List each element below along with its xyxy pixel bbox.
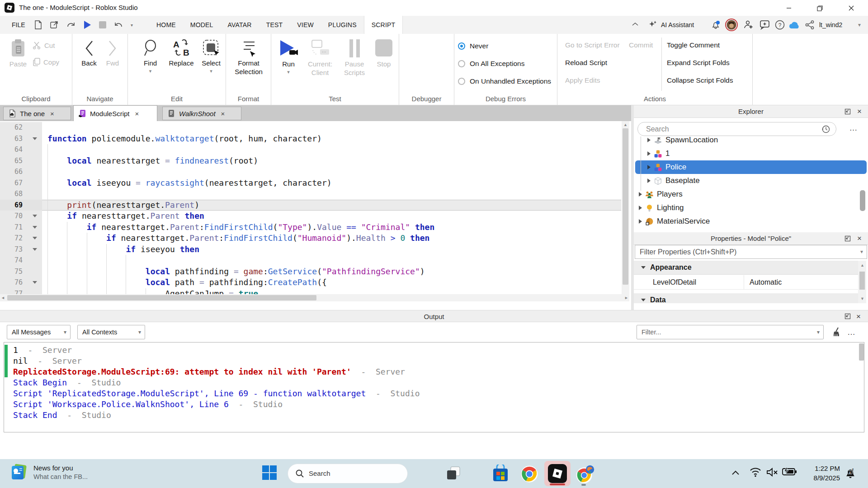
output-filter-input[interactable]: Filter... ▾ xyxy=(637,325,824,339)
clear-output-icon[interactable] xyxy=(831,327,843,338)
expand-arrow-icon[interactable] xyxy=(639,219,642,224)
pause-scripts-button[interactable]: Pause Scripts xyxy=(340,38,369,77)
scroll-up-icon[interactable]: ▲ xyxy=(623,121,627,128)
output-scrollbar-thumb[interactable] xyxy=(859,343,864,361)
notifications-dnd-icon[interactable]: zz xyxy=(844,466,857,480)
task-view-button[interactable] xyxy=(445,465,462,482)
ai-assistant-button[interactable]: AI Assistant xyxy=(661,16,694,34)
new-file-icon[interactable] xyxy=(34,20,42,29)
properties-header[interactable]: Properties - Model "Police" × xyxy=(634,232,868,245)
paste-button[interactable]: Paste xyxy=(6,38,30,68)
add-collaborator-icon[interactable] xyxy=(743,20,754,30)
close-button[interactable] xyxy=(841,3,862,14)
search-history-icon[interactable] xyxy=(821,125,830,134)
output-close-icon[interactable]: × xyxy=(856,310,861,323)
fold-column[interactable] xyxy=(27,244,42,255)
select-button[interactable]: Select ▾ xyxy=(199,38,223,73)
contexts-filter-dropdown[interactable]: All Contexts ▾ xyxy=(77,325,145,339)
code-viewport[interactable]: 6263function policemodule.walktotarget(r… xyxy=(0,121,621,294)
wifi-icon[interactable] xyxy=(750,466,761,478)
redo-icon[interactable] xyxy=(66,21,75,29)
commit-button[interactable]: Commit xyxy=(629,41,653,49)
editor-vertical-scrollbar[interactable]: ▲ xyxy=(622,121,629,294)
collapse-ribbon-icon[interactable] xyxy=(631,20,640,29)
stop-button[interactable]: Stop xyxy=(373,38,395,68)
scroll-right-icon[interactable]: ► xyxy=(624,294,628,301)
script-editor[interactable]: 6263function policemodule.walktotarget(r… xyxy=(0,121,631,301)
avatar[interactable] xyxy=(725,19,738,31)
apply-edits-button[interactable]: Apply Edits xyxy=(565,76,600,84)
fold-column[interactable] xyxy=(27,233,42,244)
explorer-item-lighting[interactable]: Lighting xyxy=(635,201,867,215)
explorer-item-players[interactable]: Players xyxy=(635,188,867,201)
fold-column[interactable] xyxy=(27,211,42,222)
editor-horizontal-scrollbar[interactable]: ◄ ► xyxy=(0,294,629,301)
editor-tab-modulescript[interactable]: ModuleScript× xyxy=(73,105,157,121)
menu-tab-test[interactable]: TEST xyxy=(259,16,290,34)
properties-scroll-thumb[interactable] xyxy=(859,272,865,290)
chrome-icon[interactable] xyxy=(520,465,539,483)
properties-scrollbar[interactable]: ▲ ▼ xyxy=(858,261,866,303)
feedback-chat-icon[interactable] xyxy=(760,20,770,30)
replace-button[interactable]: AB Replace xyxy=(164,38,198,67)
copy-button[interactable]: Copy xyxy=(33,57,59,66)
forward-button[interactable]: Fwd xyxy=(102,39,123,67)
explorer-search-input[interactable]: Search xyxy=(637,122,836,136)
properties-filter-input[interactable]: Filter Properties (Ctrl+Shift+P) ▾ xyxy=(635,245,867,259)
expand-arrow-icon[interactable] xyxy=(647,151,651,156)
taskbar-chevron-icon[interactable] xyxy=(731,468,741,478)
help-icon[interactable]: ? xyxy=(775,20,785,30)
menu-tab-avatar[interactable]: AVATAR xyxy=(221,16,259,34)
close-tab-icon[interactable]: × xyxy=(221,110,225,117)
share-icon[interactable] xyxy=(805,20,815,30)
explorer-more-button[interactable]: … xyxy=(845,122,862,136)
cut-button[interactable]: Cut xyxy=(33,41,55,49)
editor-tab-the-one[interactable]: The one× xyxy=(3,107,71,120)
editor-tab-walknshoot[interactable]: WalknShoot× xyxy=(162,107,241,120)
microsoft-store-icon[interactable] xyxy=(491,465,510,483)
notifications-bell-icon[interactable] xyxy=(711,20,721,30)
scroll-down-icon[interactable]: ▼ xyxy=(860,295,864,302)
roblox-studio-taskbar-icon[interactable] xyxy=(548,464,567,483)
fold-column[interactable] xyxy=(27,133,42,145)
section-appearance[interactable]: Appearance xyxy=(634,261,858,275)
maximize-button[interactable] xyxy=(809,3,830,14)
expand-arrow-icon[interactable] xyxy=(647,178,651,183)
explorer-item-materialservice[interactable]: MaterialService xyxy=(635,215,867,228)
start-button[interactable] xyxy=(261,465,278,481)
expand-arrow-icon[interactable] xyxy=(647,138,651,142)
format-selection-button[interactable]: Format Selection xyxy=(230,38,268,76)
qat-customize-icon[interactable]: ▾ xyxy=(131,23,133,28)
current-client-button[interactable]: Current: Client xyxy=(302,38,338,77)
chrome-profile-icon[interactable] xyxy=(575,465,595,484)
menu-tab-view[interactable]: VIEW xyxy=(290,16,321,34)
expand-script-folds-button[interactable]: Expand Script Folds xyxy=(667,59,730,67)
vertical-scroll-thumb[interactable] xyxy=(623,128,628,285)
explorer-header[interactable]: Explorer × xyxy=(634,105,868,118)
messages-filter-dropdown[interactable]: All Messages ▾ xyxy=(7,325,71,339)
run-button[interactable]: Run ▾ xyxy=(277,38,300,74)
close-tab-icon[interactable]: × xyxy=(135,110,139,117)
explorer-item-1[interactable]: 1 xyxy=(635,147,867,160)
explorer-item-police[interactable]: Police xyxy=(635,160,867,174)
file-menu[interactable]: FILE xyxy=(9,16,28,34)
horizontal-scroll-thumb[interactable] xyxy=(7,295,316,300)
menu-tab-model[interactable]: MODEL xyxy=(183,16,221,34)
menu-tab-home[interactable]: HOME xyxy=(149,16,183,34)
output-dock-icon[interactable] xyxy=(844,313,851,319)
find-button[interactable]: Find ▾ xyxy=(138,38,163,73)
debug-radio-on-unhandled-exceptions[interactable]: On Unhandled Exceptions xyxy=(458,77,551,85)
menu-tab-plugins[interactable]: PLUGINS xyxy=(321,16,364,34)
minimize-button[interactable] xyxy=(778,3,799,14)
output-more-button[interactable]: … xyxy=(847,325,856,339)
scroll-up-icon[interactable]: ▲ xyxy=(860,262,864,269)
property-row-levelofdetail[interactable]: LevelOfDetail Automatic xyxy=(634,275,858,290)
widgets-button[interactable]: News for you What can the FB... xyxy=(10,463,88,481)
section-data[interactable]: Data xyxy=(634,293,858,303)
property-value[interactable]: Automatic xyxy=(750,275,782,290)
expand-arrow-icon[interactable] xyxy=(639,192,642,197)
volume-muted-icon[interactable] xyxy=(766,467,778,478)
output-header[interactable]: Output × xyxy=(0,310,868,322)
explorer-close-icon[interactable]: × xyxy=(857,105,862,118)
explorer-dock-icon[interactable] xyxy=(844,108,851,115)
